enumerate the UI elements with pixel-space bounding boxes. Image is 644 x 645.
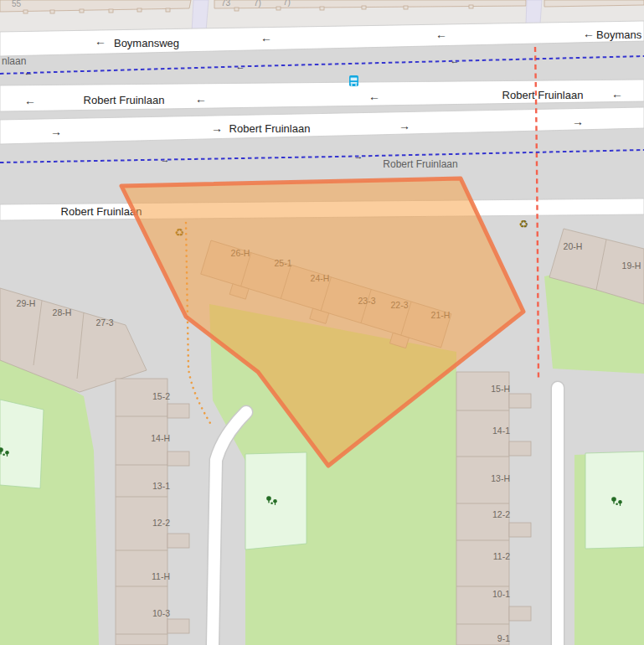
road-arrow: ← <box>24 94 36 107</box>
footpath-strip-east <box>526 0 542 24</box>
recycling-icon: ♻ <box>518 218 528 230</box>
map-canvas[interactable]: 55 73 7) 7) <box>0 0 644 645</box>
street-label-robert-fruinlaan: Robert Fruinlaan <box>84 94 165 106</box>
house-number: 7) <box>283 0 291 7</box>
house-number: 13-1 <box>152 481 170 491</box>
house-number: 12-2 <box>152 518 170 528</box>
house-number: 15-2 <box>152 391 170 401</box>
house-number: 11-2 <box>493 551 510 561</box>
footpath-strip-west <box>192 0 209 32</box>
road-arrow: → <box>399 119 410 132</box>
road-arrow: → <box>211 121 223 135</box>
house-number: 14-1 <box>492 426 510 436</box>
road-arrow: ← <box>260 31 272 44</box>
house-number: 28-H <box>53 307 72 317</box>
cycleway-arrow: ← <box>24 67 33 77</box>
street-label-boymansweg-partial: Boymans <box>596 28 642 41</box>
house-number: 12-2 <box>492 509 510 519</box>
house-number: 29-H <box>17 298 36 308</box>
road-arrow: → <box>50 125 62 138</box>
house-number: 7) <box>254 0 261 8</box>
road-arrow: ← <box>583 27 595 40</box>
playground-west <box>0 400 44 488</box>
street-label-boymansweg: Boymansweg <box>114 37 179 49</box>
road-arrow: ← <box>368 90 380 103</box>
house-number: 19-H <box>622 261 641 271</box>
road-arrow: ← <box>435 28 447 41</box>
house-number: 15-H <box>491 384 510 394</box>
road-arrow: ← <box>611 87 623 101</box>
house-number: 10-1 <box>492 589 510 599</box>
house-number: 11-H <box>152 571 170 581</box>
house-number: 73 <box>221 0 231 8</box>
cycleway-arrow: ← <box>236 61 245 71</box>
road-arrow: ← <box>195 92 207 106</box>
road-arrow: ← <box>95 34 106 48</box>
cycleway-arrow: → <box>354 151 363 161</box>
street-label-robert-fruinlaan: Robert Fruinlaan <box>502 89 584 101</box>
house-number: 14-H <box>151 433 170 443</box>
house-number: 27-3 <box>95 317 113 328</box>
road-arrow: → <box>572 115 584 128</box>
house-number: 20-H <box>564 241 583 251</box>
street-label-partial-nlaan: nlaan <box>2 55 26 67</box>
house-number: 13-H <box>491 473 510 483</box>
house-number: 55 <box>12 0 22 8</box>
cycleway-arrow: ← <box>451 55 460 65</box>
bus-stop-icon <box>349 75 358 86</box>
house-number: 10-3 <box>152 608 170 618</box>
street-label-robert-fruinlaan: Robert Fruinlaan <box>229 122 311 135</box>
house-number: 9-1 <box>497 633 510 643</box>
cycleway-arrow: → <box>161 154 170 164</box>
street-label-robert-fruinlaan-gray: Robert Fruinlaan <box>383 158 457 170</box>
